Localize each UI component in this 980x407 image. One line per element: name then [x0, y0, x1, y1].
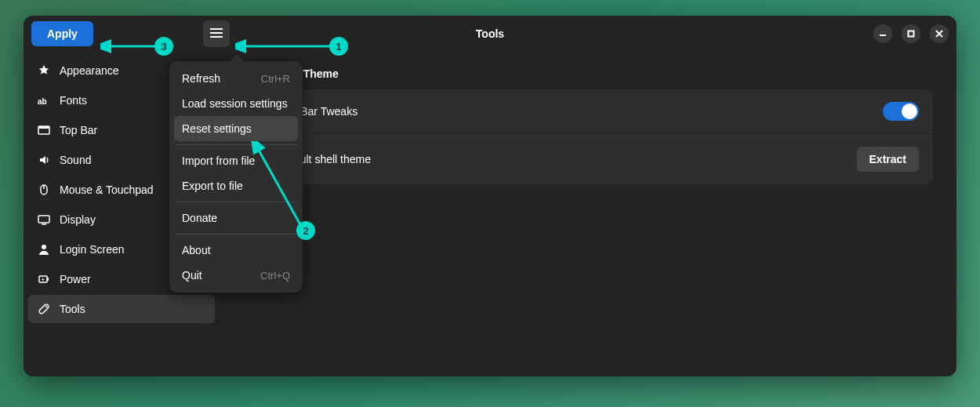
menu-separator — [176, 144, 296, 145]
content-area: Default Shell Theme Include Top Bar Twea… — [220, 52, 956, 376]
menu-separator — [176, 234, 296, 234]
svg-rect-1 — [210, 32, 223, 34]
svg-text:ab: ab — [38, 97, 47, 106]
tools-icon — [38, 303, 50, 315]
top-bar-icon — [38, 124, 50, 136]
window-title: Tools — [476, 27, 504, 40]
appearance-icon — [38, 64, 50, 77]
include-top-bar-toggle[interactable] — [883, 102, 919, 121]
menu-item-label: Refresh — [182, 72, 220, 85]
section-title: Default Shell Theme — [234, 67, 933, 80]
maximize-button[interactable] — [902, 24, 920, 43]
close-button[interactable] — [930, 24, 949, 43]
menu-item-accel: Ctrl+Q — [260, 270, 290, 282]
close-icon — [935, 28, 943, 40]
sidebar-item-label: Login Screen — [60, 243, 125, 256]
menu-item-refresh[interactable]: Refresh Ctrl+R — [174, 66, 298, 91]
sidebar-item-label: Appearance — [60, 64, 119, 77]
app-window: Apply Tools Appearance ab — [24, 16, 956, 376]
menu-item-import[interactable]: Import from file — [174, 148, 298, 173]
svg-rect-9 — [38, 126, 49, 129]
apply-button[interactable]: Apply — [31, 21, 93, 46]
hamburger-menu-button[interactable] — [203, 20, 230, 47]
setting-row-include-top-bar: Include Top Bar Tweaks — [227, 89, 933, 134]
setting-row-extract-theme: Extract default shell theme Extract — [227, 134, 933, 184]
menu-item-label: Quit — [182, 269, 202, 282]
display-icon — [38, 213, 50, 226]
maximize-icon — [907, 28, 915, 40]
svg-rect-0 — [210, 28, 223, 30]
svg-rect-16 — [47, 278, 49, 281]
titlebar: Apply Tools — [24, 16, 956, 52]
sidebar-item-label: Mouse & Touchpad — [60, 184, 154, 196]
minimize-icon — [879, 28, 887, 40]
svg-rect-12 — [38, 216, 49, 223]
svg-point-14 — [42, 245, 46, 249]
sidebar-item-label: Top Bar — [60, 124, 97, 136]
login-icon — [38, 243, 50, 256]
menu-item-label: Import from file — [182, 154, 255, 167]
menu-item-donate[interactable]: Donate — [174, 205, 298, 231]
menu-item-label: Load session settings — [182, 97, 288, 110]
mouse-icon — [38, 184, 50, 196]
sidebar-item-label: Display — [60, 213, 96, 226]
menu-separator — [176, 202, 296, 202]
menu-item-load-session[interactable]: Load session settings — [174, 91, 298, 116]
sidebar-item-label: Tools — [60, 303, 85, 315]
hamburger-menu-popup: Refresh Ctrl+R Load session settings Res… — [169, 61, 303, 293]
menu-item-label: Reset settings — [182, 122, 252, 135]
fonts-icon: ab — [38, 94, 50, 107]
sidebar-item-label: Power — [60, 273, 91, 285]
sidebar-item-tools[interactable]: Tools — [28, 295, 215, 323]
body-area: Appearance ab Fonts Top Bar Sound Mouse … — [24, 52, 956, 376]
power-icon — [38, 273, 50, 285]
sidebar-item-label: Fonts — [60, 94, 87, 107]
menu-item-quit[interactable]: Quit Ctrl+Q — [174, 263, 298, 288]
hamburger-icon — [210, 27, 223, 42]
minimize-button[interactable] — [873, 24, 892, 43]
menu-item-export[interactable]: Export to file — [174, 173, 298, 198]
menu-item-label: Export to file — [182, 180, 243, 192]
sound-icon — [38, 154, 50, 166]
menu-item-reset-settings[interactable]: Reset settings — [174, 116, 298, 141]
extract-button[interactable]: Extract — [857, 147, 919, 172]
svg-rect-2 — [210, 36, 223, 38]
menu-item-accel: Ctrl+R — [261, 73, 290, 85]
settings-group: Include Top Bar Tweaks Extract default s… — [227, 89, 933, 184]
svg-rect-4 — [909, 31, 914, 36]
menu-item-about[interactable]: About — [174, 238, 298, 263]
window-controls — [873, 24, 949, 43]
menu-item-label: Donate — [182, 212, 217, 224]
menu-item-label: About — [182, 244, 211, 256]
sidebar-item-label: Sound — [60, 154, 91, 166]
